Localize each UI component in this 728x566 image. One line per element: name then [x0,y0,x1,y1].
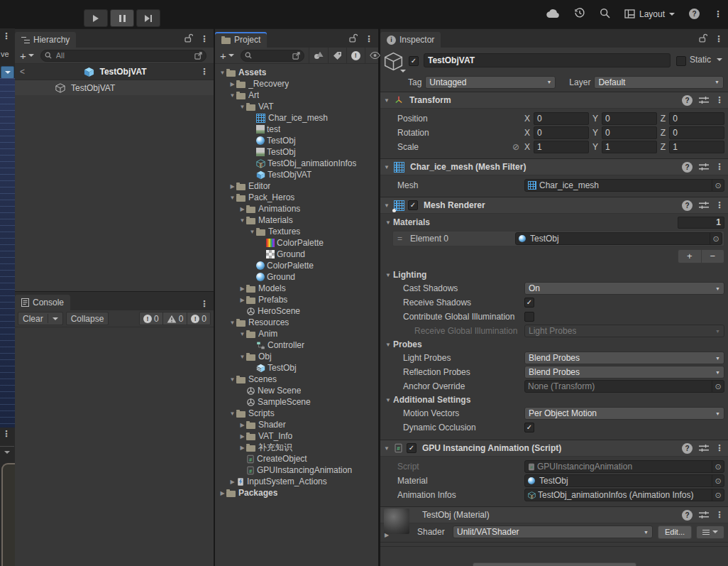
gameobject-name-field[interactable] [424,53,671,67]
clear-button[interactable]: Clear [18,312,63,325]
light-probes-dropdown[interactable]: Blend Probes [524,352,724,364]
tree-item[interactable]: ▶Prefabs [215,294,378,305]
tag-dropdown[interactable]: Untagged [425,76,556,89]
foldout-arrow[interactable]: ▶ [238,206,246,212]
tree-item[interactable]: ▼Scripts [215,408,378,419]
kebab-menu-icon[interactable] [2,33,11,40]
material-preview-thumbnail[interactable] [384,508,409,534]
foldout-arrow[interactable]: ▶ [238,285,246,292]
presets-icon[interactable] [699,511,709,519]
mesh-renderer-header[interactable]: Mesh Renderer ? [380,197,728,214]
tree-item[interactable]: TestObj [215,362,378,374]
dynamic-occlusion-checkbox[interactable] [524,423,534,432]
lock-icon[interactable] [349,33,358,45]
search-icon[interactable] [600,8,610,21]
tree-item[interactable]: TestObj [215,146,378,158]
tree-item[interactable]: ▼Scenes [215,374,378,385]
cloud-icon[interactable] [546,9,560,20]
tree-item[interactable]: {}TestObj_animationInfos [215,158,378,169]
anchor-override-field[interactable]: None (Transform) [524,380,724,393]
tree-item[interactable]: HeroScene [215,305,378,317]
tree-item[interactable]: TestObjVAT [215,169,378,180]
contribute-gi-checkbox[interactable] [524,312,534,322]
tree-item[interactable]: ▼Anim [215,328,378,339]
tree-item[interactable]: ▼Obj [215,351,378,362]
foldout-arrow[interactable]: ▶ [238,422,246,428]
tree-item[interactable]: ColorPalette [215,260,378,271]
scale-z-field[interactable]: 1 [669,141,724,153]
mesh-object-field[interactable]: Char_ice_mesh [524,179,724,192]
probes-foldout[interactable]: Probes [380,338,728,351]
tree-item[interactable]: ▼Pack_Heros [215,192,378,203]
script-component-header[interactable]: # GPU Instancing Animation (Script) ? [380,440,728,457]
foldout-arrow[interactable]: ▶ [219,490,226,496]
component-enabled-checkbox[interactable] [408,200,418,210]
foldout-arrow[interactable]: ▶ [238,445,246,451]
import-log-filter-button[interactable] [346,48,365,63]
kebab-menu-icon[interactable] [715,36,723,43]
tree-item[interactable]: New Scene [215,385,378,396]
tree-item[interactable]: ▼Resources [215,317,378,328]
material-object-field[interactable]: TestObj [515,232,722,245]
tree-item[interactable]: #CreateObject [215,453,378,464]
lock-icon[interactable] [699,33,707,45]
link-scale-icon[interactable] [512,142,519,152]
foldout-arrow[interactable]: ▼ [228,195,236,201]
static-flags-dropdown[interactable] [717,58,722,61]
position-x-field[interactable]: 0 [534,112,589,125]
active-checkbox[interactable] [409,56,419,66]
tab-project[interactable]: Project [215,32,267,48]
foldout-icon[interactable] [383,445,390,452]
tree-item[interactable]: ▶Shader [215,419,378,430]
help-icon[interactable]: ? [682,510,693,521]
tree-item[interactable]: SampleScene [215,396,378,408]
tree-item[interactable]: ▼Art [215,89,378,101]
rotation-z-field[interactable]: 0 [669,126,724,139]
foldout-arrow[interactable]: ▶ [228,479,236,485]
presets-icon[interactable] [699,163,709,171]
tree-item[interactable]: ▶Models [215,283,378,294]
reflection-probes-dropdown[interactable]: Blend Probes [524,366,724,379]
foldout-arrow[interactable]: ▼ [248,229,256,235]
kebab-menu-icon[interactable] [715,445,724,452]
rotation-y-field[interactable]: 0 [602,126,657,139]
gameobject-icon[interactable] [384,52,403,73]
kebab-menu-icon[interactable] [200,300,209,308]
foldout-arrow[interactable]: ▼ [238,104,246,110]
edit-shader-button[interactable]: Edit... [658,526,692,539]
scale-x-field[interactable]: 1 [534,141,589,153]
tree-item[interactable]: ▼Assets [215,67,378,78]
tree-item[interactable]: ▶InputSystem_Actions [215,476,378,487]
presets-icon[interactable] [699,201,709,209]
tree-item[interactable]: ▶补充知识 [215,442,378,453]
foldout-arrow[interactable]: ▼ [238,354,246,360]
history-icon[interactable] [574,7,585,21]
shader-dropdown[interactable]: Unlit/VATShader [453,526,653,538]
project-search[interactable] [241,50,304,62]
tree-item[interactable]: ▼Textures [215,226,378,237]
error-count-toggle[interactable]: 0 [187,312,210,325]
foldout-icon[interactable] [383,164,390,170]
tree-item[interactable]: ▼VAT [215,101,378,112]
rotation-x-field[interactable]: 0 [534,126,589,139]
position-y-field[interactable]: 0 [602,112,657,125]
create-button[interactable]: + [18,50,36,62]
foldout-arrow[interactable]: ▼ [219,70,226,76]
kebab-menu-icon[interactable] [715,202,724,209]
warning-count-toggle[interactable]: 0 [162,312,187,325]
presets-icon[interactable] [699,444,709,452]
back-arrow[interactable]: < [15,67,30,77]
tree-item[interactable]: TestObj [215,135,378,146]
prefab-header-row[interactable]: < TestObjVAT [15,64,214,80]
tree-item[interactable]: ▶Packages [215,487,378,499]
layer-dropdown[interactable]: Default [594,76,724,89]
kebab-menu-icon[interactable] [200,36,209,43]
add-element-button[interactable]: + [678,250,701,263]
tree-item[interactable]: ▶VAT_Info [215,430,378,442]
mesh-filter-header[interactable]: Char_ice_mesh (Mesh Filter) ? [380,158,728,175]
drag-handle-icon[interactable] [397,234,410,244]
tree-item[interactable]: ▶_Recovery [215,78,378,89]
object-picker-icon[interactable] [710,233,722,244]
foldout-arrow[interactable]: ▼ [228,92,236,99]
help-icon[interactable]: ? [682,443,693,454]
